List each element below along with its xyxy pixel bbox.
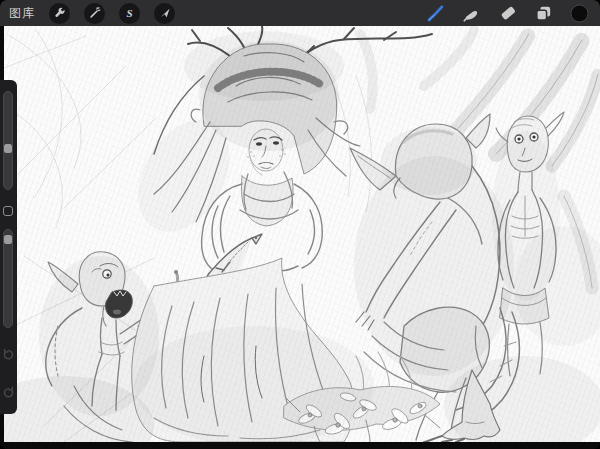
undo-icon [2, 348, 15, 361]
selection-button[interactable]: S [119, 3, 140, 24]
brush-size-slider[interactable] [3, 91, 13, 190]
top-toolbar: 图库 S [0, 0, 600, 26]
gallery-button[interactable]: 图库 [9, 5, 35, 22]
eraser-icon [498, 4, 517, 23]
actions-button[interactable] [49, 3, 70, 24]
smudge-brush-icon [462, 4, 481, 23]
color-button[interactable] [569, 3, 589, 23]
toolbar-left-group: 图库 S [9, 3, 175, 24]
paint-tool-button[interactable] [425, 3, 445, 23]
brush-opacity-handle[interactable] [4, 235, 12, 244]
color-swatch [570, 4, 589, 23]
brush-opacity-slider[interactable] [3, 229, 13, 328]
layers-icon [534, 4, 553, 23]
adjustments-button[interactable] [84, 3, 105, 24]
selection-s-icon: S [126, 7, 132, 18]
redo-icon [2, 386, 15, 399]
wrench-icon [54, 7, 66, 19]
magic-wand-icon [89, 7, 101, 19]
transform-button[interactable] [154, 3, 175, 24]
tone-shading [4, 31, 600, 442]
move-arrow-icon [159, 7, 171, 19]
brush-sidebar [0, 80, 17, 414]
brush-size-handle[interactable] [4, 144, 12, 153]
erase-tool-button[interactable] [497, 3, 517, 23]
redo-button[interactable] [2, 386, 15, 399]
toolbar-right-group [425, 3, 589, 23]
undo-button[interactable] [2, 348, 15, 361]
drawing-canvas[interactable] [4, 26, 600, 442]
canvas-artwork [4, 26, 600, 442]
brush-stroke-icon [426, 4, 445, 23]
modify-button[interactable] [3, 206, 13, 216]
smudge-tool-button[interactable] [461, 3, 481, 23]
procreate-window: 图库 S [0, 0, 600, 449]
layers-button[interactable] [533, 3, 553, 23]
